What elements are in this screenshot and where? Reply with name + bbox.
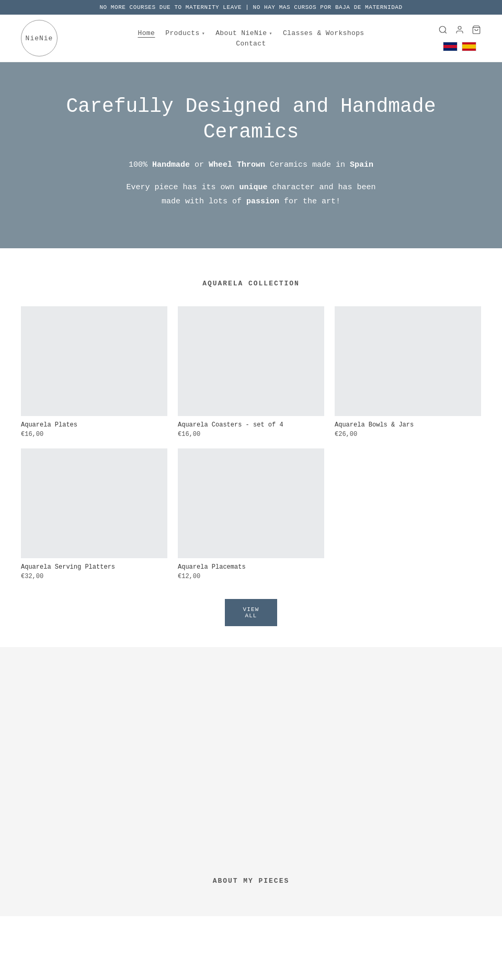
product-price-1: €16,00 bbox=[178, 431, 324, 438]
product-image-1 bbox=[178, 306, 324, 416]
collection-title: AQUARELA COLLECTION bbox=[21, 280, 481, 287]
cart-button[interactable] bbox=[472, 25, 481, 34]
product-card-2[interactable]: Aquarela Bowls & Jars €26,00 bbox=[335, 306, 481, 438]
product-card-4[interactable]: Aquarela Placemats €12,00 bbox=[178, 448, 324, 580]
product-name-1: Aquarela Coasters - set of 4 bbox=[178, 421, 324, 429]
uk-flag[interactable] bbox=[443, 42, 458, 51]
site-header: NieNie Home Products ▾ About NieNie ▾ Cl… bbox=[0, 15, 502, 62]
product-price-3: €32,00 bbox=[21, 573, 167, 580]
product-image-4 bbox=[178, 448, 324, 558]
product-price-2: €26,00 bbox=[335, 431, 481, 438]
nav-top: Home Products ▾ About NieNie ▾ Classes &… bbox=[138, 29, 364, 38]
header-icons-top bbox=[438, 25, 481, 34]
hero-description-1: 100% Handmade or Wheel Thrown Ceramics m… bbox=[126, 158, 376, 172]
product-card-3[interactable]: Aquarela Serving Platters €32,00 bbox=[21, 448, 167, 580]
account-button[interactable] bbox=[455, 25, 464, 34]
nav-link-about[interactable]: About NieNie ▾ bbox=[215, 29, 272, 37]
nav-bottom: Contact bbox=[236, 40, 266, 48]
nav-link-home[interactable]: Home bbox=[138, 29, 155, 38]
about-section bbox=[0, 647, 502, 856]
es-flag[interactable] bbox=[462, 42, 476, 51]
about-my-pieces-section: ABOUT MY PIECES bbox=[0, 856, 502, 916]
svg-point-0 bbox=[439, 26, 446, 32]
nav-link-products[interactable]: Products ▾ bbox=[165, 29, 205, 37]
product-placeholder bbox=[335, 448, 481, 580]
svg-line-1 bbox=[444, 31, 446, 33]
product-image-3 bbox=[21, 448, 167, 558]
product-name-0: Aquarela Plates bbox=[21, 421, 167, 429]
search-icon bbox=[438, 25, 448, 34]
products-section: AQUARELA COLLECTION Aquarela Plates €16,… bbox=[0, 248, 502, 647]
hero-heading: Carefully Designed and Handmade Ceramics bbox=[21, 94, 481, 145]
product-image-0 bbox=[21, 306, 167, 416]
view-all-container: VIEW ALL bbox=[21, 599, 481, 626]
nav-link-contact[interactable]: Contact bbox=[236, 40, 266, 48]
product-grid-row1: Aquarela Plates €16,00 Aquarela Coasters… bbox=[21, 306, 481, 438]
about-my-pieces-title: ABOUT MY PIECES bbox=[21, 877, 481, 885]
product-name-2: Aquarela Bowls & Jars bbox=[335, 421, 481, 429]
product-price-0: €16,00 bbox=[21, 431, 167, 438]
view-all-button[interactable]: VIEW ALL bbox=[225, 599, 277, 626]
about-content-area bbox=[21, 689, 481, 814]
hero-section: Carefully Designed and Handmade Ceramics… bbox=[0, 62, 502, 248]
product-card-0[interactable]: Aquarela Plates €16,00 bbox=[21, 306, 167, 438]
about-chevron-icon: ▾ bbox=[269, 30, 272, 37]
logo[interactable]: NieNie bbox=[21, 20, 58, 56]
nav-row: Home Products ▾ About NieNie ▾ Classes &… bbox=[138, 29, 364, 48]
flag-row bbox=[443, 42, 476, 51]
product-price-4: €12,00 bbox=[178, 573, 324, 580]
cart-icon bbox=[472, 25, 481, 34]
svg-point-2 bbox=[458, 26, 461, 29]
product-grid-row2: Aquarela Serving Platters €32,00 Aquarel… bbox=[21, 448, 481, 580]
announcement-bar: NO MORE COURSES DUE TO MATERNITY LEAVE |… bbox=[0, 0, 502, 15]
nav-link-classes[interactable]: Classes & Workshops bbox=[283, 29, 364, 37]
header-icons bbox=[438, 25, 481, 51]
product-image-2 bbox=[335, 306, 481, 416]
hero-description-2: Every piece has its own unique character… bbox=[126, 180, 376, 209]
user-icon bbox=[455, 25, 464, 34]
product-name-4: Aquarela Placemats bbox=[178, 563, 324, 571]
announcement-text: NO MORE COURSES DUE TO MATERNITY LEAVE |… bbox=[99, 4, 402, 10]
product-card-1[interactable]: Aquarela Coasters - set of 4 €16,00 bbox=[178, 306, 324, 438]
product-name-3: Aquarela Serving Platters bbox=[21, 563, 167, 571]
search-button[interactable] bbox=[438, 25, 448, 34]
main-nav: Home Products ▾ About NieNie ▾ Classes &… bbox=[138, 29, 364, 48]
products-chevron-icon: ▾ bbox=[202, 30, 205, 37]
logo-area[interactable]: NieNie bbox=[21, 20, 58, 56]
